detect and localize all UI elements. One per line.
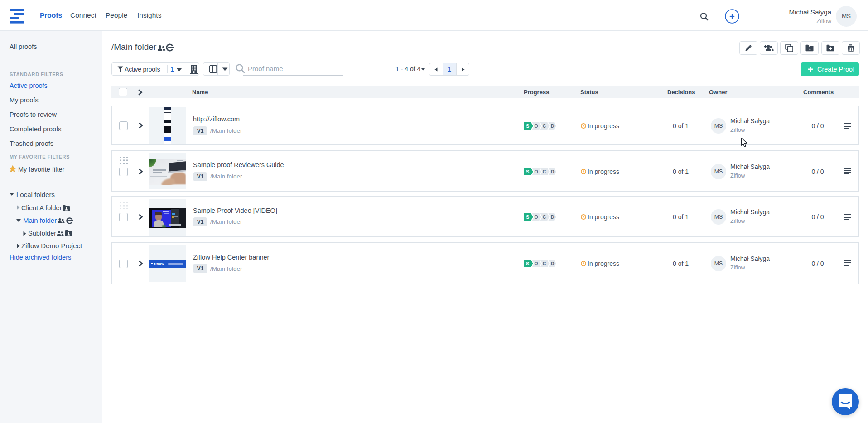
svg-text:S: S [526,214,529,220]
svg-text:O: O [535,123,538,129]
svg-text:O: O [535,261,538,266]
svg-text:D: D [551,169,555,174]
svg-text:S: S [526,169,529,174]
svg-text:S: S [526,123,529,129]
svg-text:D: D [551,214,555,220]
svg-text:C: C [543,169,546,174]
svg-text:S: S [526,261,529,266]
svg-text:C: C [543,123,546,129]
svg-text:D: D [551,261,555,266]
svg-text:O: O [535,169,538,174]
svg-text:C: C [543,261,546,266]
svg-text:O: O [535,214,538,220]
svg-text:C: C [543,214,546,220]
svg-text:D: D [551,123,555,129]
